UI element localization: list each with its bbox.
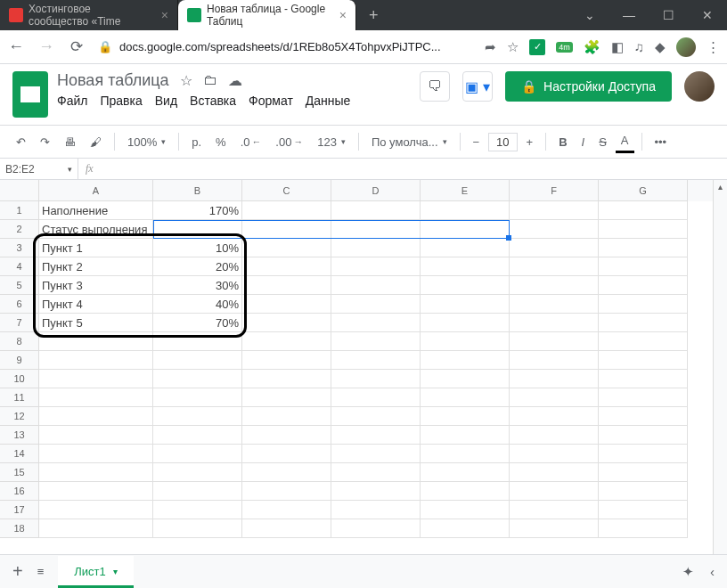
- print-button[interactable]: 🖶: [59, 132, 81, 152]
- cell[interactable]: [242, 482, 331, 501]
- decrease-decimal-button[interactable]: .0←: [235, 132, 267, 152]
- menu-правка[interactable]: Правка: [100, 94, 142, 108]
- explore-button[interactable]: ✦: [682, 564, 694, 580]
- cell[interactable]: [39, 445, 153, 463]
- column-header[interactable]: F: [510, 180, 599, 201]
- cell[interactable]: [599, 201, 688, 220]
- cell[interactable]: [331, 276, 421, 295]
- cell[interactable]: [510, 201, 599, 220]
- cell[interactable]: [510, 445, 599, 463]
- cell[interactable]: [421, 407, 510, 426]
- cell[interactable]: [331, 519, 421, 538]
- cell[interactable]: [599, 314, 688, 332]
- minimize-button[interactable]: —: [609, 0, 649, 30]
- cell[interactable]: [599, 501, 688, 519]
- menu-данные[interactable]: Данные: [306, 94, 351, 108]
- cell[interactable]: Пункт 4: [39, 295, 153, 314]
- cell[interactable]: 40%: [153, 295, 242, 314]
- currency-button[interactable]: р.: [186, 132, 207, 152]
- extension-checkmark-icon[interactable]: ✓: [529, 39, 545, 55]
- cell[interactable]: [39, 519, 153, 538]
- cell[interactable]: [331, 370, 421, 388]
- number-format-select[interactable]: 123: [312, 132, 351, 152]
- close-icon[interactable]: ×: [161, 8, 168, 22]
- cell[interactable]: [421, 426, 510, 445]
- menu-вставка[interactable]: Вставка: [190, 94, 236, 108]
- cell[interactable]: [242, 220, 331, 239]
- cell[interactable]: [242, 426, 331, 445]
- cell[interactable]: [421, 239, 510, 257]
- italic-button[interactable]: I: [576, 132, 591, 152]
- cell[interactable]: [510, 407, 599, 426]
- cell[interactable]: [510, 314, 599, 332]
- column-header[interactable]: G: [599, 180, 688, 201]
- cell[interactable]: [331, 332, 421, 351]
- all-sheets-button[interactable]: ≡: [37, 565, 45, 578]
- font-select[interactable]: По умолча...: [366, 132, 453, 152]
- browser-tab-2[interactable]: Новая таблица - Google Таблиц ×: [178, 0, 356, 30]
- cell[interactable]: [242, 257, 331, 276]
- cell[interactable]: [599, 370, 688, 388]
- font-size-down[interactable]: −: [468, 132, 486, 152]
- cell[interactable]: [242, 295, 331, 314]
- cell[interactable]: [242, 351, 331, 370]
- cell[interactable]: [39, 463, 153, 482]
- row-header[interactable]: 13: [0, 426, 39, 445]
- cell[interactable]: [510, 501, 599, 519]
- cell[interactable]: [510, 295, 599, 314]
- back-button[interactable]: ←: [7, 37, 25, 56]
- cell[interactable]: [153, 426, 242, 445]
- column-header[interactable]: B: [153, 180, 242, 201]
- row-header[interactable]: 10: [0, 370, 39, 388]
- share-icon[interactable]: ➦: [485, 39, 496, 55]
- cell[interactable]: [510, 332, 599, 351]
- cell[interactable]: 30%: [153, 276, 242, 295]
- cell[interactable]: [331, 463, 421, 482]
- scroll-up-button[interactable]: ▴: [714, 180, 727, 194]
- reload-button[interactable]: ⟳: [68, 37, 86, 56]
- cell[interactable]: [153, 388, 242, 407]
- cell[interactable]: [510, 482, 599, 501]
- cell[interactable]: [599, 220, 688, 239]
- spreadsheet-grid[interactable]: ABCDEFG 1Наполнение170%2Статус выполнени…: [0, 180, 727, 588]
- cell[interactable]: [331, 426, 421, 445]
- cell[interactable]: 170%: [153, 201, 242, 220]
- forward-button[interactable]: →: [37, 37, 55, 56]
- name-box[interactable]: B2:E2▾: [0, 159, 78, 179]
- cell[interactable]: [599, 351, 688, 370]
- cell[interactable]: [39, 426, 153, 445]
- cell[interactable]: [510, 463, 599, 482]
- cell[interactable]: [599, 445, 688, 463]
- row-header[interactable]: 7: [0, 314, 39, 332]
- cell[interactable]: [39, 388, 153, 407]
- cell[interactable]: [331, 407, 421, 426]
- cell[interactable]: [421, 201, 510, 220]
- font-size-input[interactable]: 10: [488, 133, 517, 151]
- cell[interactable]: [421, 445, 510, 463]
- cell[interactable]: [421, 332, 510, 351]
- cell[interactable]: [510, 239, 599, 257]
- cell[interactable]: [153, 351, 242, 370]
- cell[interactable]: [242, 332, 331, 351]
- cell[interactable]: [153, 463, 242, 482]
- cell[interactable]: Пункт 3: [39, 276, 153, 295]
- cell[interactable]: [39, 482, 153, 501]
- tab-dropdown-icon[interactable]: ⌄: [570, 0, 609, 30]
- menu-формат[interactable]: Формат: [249, 94, 293, 108]
- column-header[interactable]: D: [331, 180, 421, 201]
- row-header[interactable]: 5: [0, 276, 39, 295]
- cell[interactable]: [331, 388, 421, 407]
- cell[interactable]: [421, 463, 510, 482]
- cell[interactable]: [331, 445, 421, 463]
- extension-badge[interactable]: 4m: [556, 42, 573, 53]
- row-header[interactable]: 8: [0, 332, 39, 351]
- cell[interactable]: [242, 239, 331, 257]
- extension-icon[interactable]: ◧: [611, 39, 624, 55]
- cell[interactable]: 70%: [153, 314, 242, 332]
- cell[interactable]: [421, 370, 510, 388]
- cell[interactable]: [421, 295, 510, 314]
- row-header[interactable]: 12: [0, 407, 39, 426]
- cell[interactable]: [421, 276, 510, 295]
- share-button[interactable]: 🔒 Настройки Доступа: [505, 71, 672, 102]
- formula-input[interactable]: [101, 159, 727, 179]
